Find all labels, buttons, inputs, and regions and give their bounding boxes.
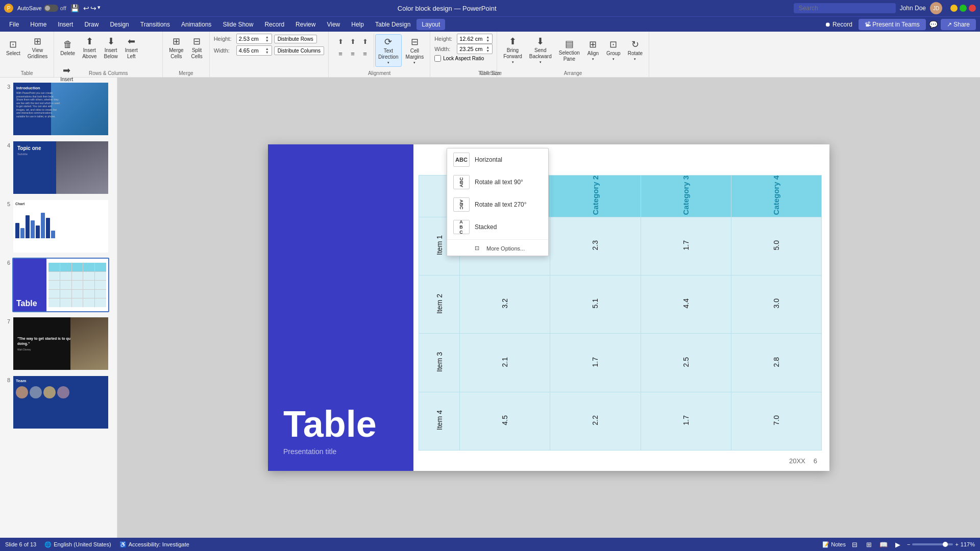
align-top-right-button[interactable]: ⬆: [359, 36, 371, 47]
slide-item-8[interactable]: 8 Team: [2, 375, 115, 430]
cell-margins-button[interactable]: ⊟ CellMargins ▾: [403, 34, 427, 67]
menu-transitions[interactable]: Transitions: [135, 19, 175, 30]
quote-image: [70, 317, 108, 370]
insert-above-button[interactable]: ⬆ InsertAbove: [79, 34, 100, 62]
zoom-percent: 117%: [961, 541, 975, 547]
menu-insert[interactable]: Insert: [53, 19, 78, 30]
group-button[interactable]: ⊡ Group ▾: [603, 37, 624, 63]
slide-thumb-5[interactable]: Chart: [12, 199, 109, 254]
presenter-view-button[interactable]: ▶: [893, 539, 903, 549]
menu-slideshow[interactable]: Slide Show: [217, 19, 258, 30]
menu-review[interactable]: Review: [290, 19, 321, 30]
slide-thumb-7[interactable]: "The way to get started is to quit talki…: [12, 316, 109, 371]
canvas-area[interactable]: Table Presentation title Category 1 Cate…: [117, 78, 980, 538]
menu-option-rotate90[interactable]: ABC Rotate all text 90°: [447, 171, 548, 193]
select-button[interactable]: ⊡ Select: [3, 37, 23, 59]
table-row: Item 3 2.1 1.7 2.5 2.8: [419, 334, 822, 392]
menu-option-rotate270[interactable]: ABC Rotate all text 270°: [447, 193, 548, 216]
zoom-slider[interactable]: [912, 543, 953, 545]
selection-pane-button[interactable]: ▤ SelectionPane: [556, 36, 583, 64]
split-cells-button[interactable]: ⊟ SplitCells: [188, 34, 206, 62]
lock-aspect-checkbox[interactable]: [434, 55, 441, 62]
menu-home[interactable]: Home: [25, 19, 52, 30]
zoom-out-icon[interactable]: −: [907, 541, 910, 547]
distribute-rows-button[interactable]: Distribute Rows: [274, 35, 317, 43]
width-down-spinner[interactable]: ▼: [265, 51, 270, 54]
align-button[interactable]: ⊞ Align ▾: [584, 37, 602, 63]
table-width-down[interactable]: ▼: [485, 49, 490, 53]
slide-thumb-4[interactable]: Topic one Subtitle: [12, 140, 109, 195]
item3-rotated: Item 3: [435, 352, 444, 372]
record-button[interactable]: ⏺ Record: [820, 19, 857, 30]
cell-width-input[interactable]: 4.65 cm ▲ ▼: [236, 45, 272, 56]
table-width-input[interactable]: 23.25 cm ▲ ▼: [457, 44, 493, 54]
menu-view[interactable]: View: [322, 19, 345, 30]
height-down-spinner[interactable]: ▼: [265, 39, 270, 42]
autosave-toggle[interactable]: [44, 5, 58, 12]
bring-forward-button[interactable]: ⬆ BringForward ▾: [500, 34, 525, 66]
table-slide-bg: Table: [13, 259, 108, 311]
width-up-spinner[interactable]: ▲: [265, 47, 270, 51]
normal-view-button[interactable]: ⊟: [850, 539, 860, 549]
slide-item-5[interactable]: 5 Chart: [2, 199, 115, 254]
comment-button[interactable]: 💬: [927, 18, 940, 31]
menu-help[interactable]: Help: [346, 19, 369, 30]
rotate-button[interactable]: ↻ Rotate ▾: [625, 37, 646, 63]
slide-thumb-8[interactable]: Team: [12, 375, 109, 430]
view-gridlines-button[interactable]: ⊞ ViewGridlines: [24, 34, 51, 62]
height-up-spinner[interactable]: ▲: [265, 35, 270, 39]
more-icon[interactable]: ▾: [97, 4, 101, 12]
accessibility-info[interactable]: ♿ Accessibility: Investigate: [119, 541, 189, 548]
share-button[interactable]: ↗ Share: [941, 19, 976, 30]
slide-thumb-6[interactable]: Table: [12, 258, 109, 312]
undo-icon[interactable]: ↩: [83, 4, 89, 12]
notes-button[interactable]: 📝 Notes: [822, 541, 846, 548]
search-input[interactable]: [794, 3, 896, 13]
insert-below-label: InsertBelow: [104, 47, 118, 60]
slide-thumb-3[interactable]: Introduction With PowerPoint you can cre…: [12, 82, 109, 136]
menu-layout[interactable]: Layout: [416, 19, 445, 30]
reading-view-button[interactable]: 📖: [878, 539, 889, 549]
slide-item-3[interactable]: 3 Introduction With PowerPoint you can c…: [2, 82, 115, 136]
align-middle-right-button[interactable]: ≡: [359, 48, 371, 59]
cell-height-input[interactable]: 2.53 cm ▲ ▼: [236, 34, 272, 44]
text-direction-button[interactable]: ⟳ TextDirection ▾: [375, 34, 401, 67]
menu-more-options[interactable]: ⊡ More Options...: [447, 241, 548, 256]
slide-item-4[interactable]: 4 Topic one Subtitle: [2, 140, 115, 195]
menu-file[interactable]: File: [4, 19, 24, 30]
slide-item-7[interactable]: 7 "The way to get started is to quit tal…: [2, 316, 115, 371]
table-width-up[interactable]: ▲: [485, 45, 490, 49]
table-height-up[interactable]: ▲: [485, 35, 490, 39]
bring-forward-label: BringForward: [503, 47, 522, 60]
present-button[interactable]: 📽 Present in Teams: [859, 19, 926, 30]
menu-option-horizontal[interactable]: ABC Horizontal: [447, 148, 548, 171]
insert-left-button[interactable]: ⬅ InsertLeft: [122, 34, 141, 62]
align-middle-left-button[interactable]: ≡: [335, 48, 346, 59]
merge-cells-button[interactable]: ⊞ MergeCells: [166, 34, 186, 62]
menu-draw[interactable]: Draw: [79, 19, 104, 30]
close-button[interactable]: [969, 5, 976, 12]
zoom-in-icon[interactable]: +: [955, 541, 958, 547]
align-top-left-button[interactable]: ⬆: [335, 36, 346, 47]
slide-sorter-button[interactable]: ⊞: [864, 539, 874, 549]
distribute-columns-button[interactable]: Distribute Columns: [274, 46, 324, 55]
menu-table-design[interactable]: Table Design: [370, 19, 415, 30]
minimize-button[interactable]: [950, 5, 958, 12]
menu-animations[interactable]: Animations: [176, 19, 216, 30]
menu-option-stacked[interactable]: ABC Stacked: [447, 216, 548, 238]
menu-design[interactable]: Design: [105, 19, 134, 30]
align-arrow: ▾: [592, 57, 594, 61]
align-top-center-button[interactable]: ⬆: [347, 36, 358, 47]
item2-val3: 4.4: [641, 275, 731, 333]
align-middle-center-button[interactable]: ≡: [347, 48, 358, 59]
redo-icon[interactable]: ↪: [90, 4, 96, 12]
maximize-button[interactable]: [960, 5, 967, 12]
slide-item-6[interactable]: 6 Table: [2, 258, 115, 312]
delete-button[interactable]: 🗑 Delete: [57, 37, 78, 59]
menu-record[interactable]: Record: [259, 19, 289, 30]
send-backward-button[interactable]: ⬇ SendBackward ▾: [526, 34, 555, 66]
save-icon[interactable]: 💾: [70, 4, 79, 12]
insert-below-button[interactable]: ⬇ InsertBelow: [101, 34, 121, 62]
table-height-input[interactable]: 12.62 cm ▲ ▼: [457, 34, 493, 44]
table-height-down[interactable]: ▼: [485, 39, 490, 42]
